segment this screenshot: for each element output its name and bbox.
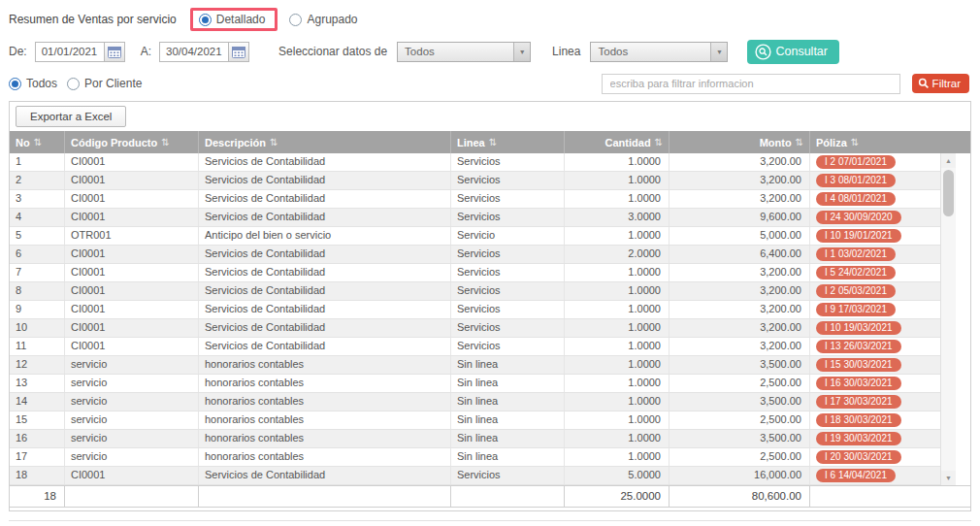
cell-codigo-producto: CI0001 <box>65 172 199 189</box>
radio-detallado[interactable]: Detallado <box>199 13 266 26</box>
cell-descripcion: Servicios de Contabilidad <box>199 319 451 337</box>
cell-cantidad: 1.0000 <box>565 227 670 245</box>
cell-no: 15 <box>10 411 65 429</box>
filter-text-input[interactable] <box>602 74 900 94</box>
cell-descripcion: honorarios contables <box>199 411 451 429</box>
cell-codigo-producto: servicio <box>65 375 199 392</box>
vertical-scrollbar[interactable]: ▲ ▼ <box>940 153 956 485</box>
scrollbar-thumb[interactable] <box>943 170 954 216</box>
table-row[interactable]: 3 CI0001 Servicios de Contabilidad Servi… <box>10 190 940 209</box>
scope-row: Todos Por Cliente Filtrar <box>9 70 971 97</box>
poliza-badge[interactable]: I 10 19/03/2021 <box>816 321 901 335</box>
table-row[interactable]: 13 servicio honorarios contables Sin lin… <box>10 375 940 393</box>
column-header-linea[interactable]: Linea⇅ <box>451 131 565 153</box>
poliza-badge[interactable]: I 3 08/01/2021 <box>816 174 896 187</box>
sort-icon[interactable]: ⇅ <box>34 137 42 148</box>
poliza-badge[interactable]: I 5 24/02/2021 <box>816 266 896 279</box>
cell-monto: 2,500.00 <box>670 375 810 392</box>
table-row[interactable]: 15 servicio honorarios contables Sin lin… <box>10 411 940 430</box>
table-row[interactable]: 14 servicio honorarios contables Sin lin… <box>10 393 940 411</box>
sort-icon[interactable]: ⇅ <box>161 137 169 148</box>
poliza-badge[interactable]: I 6 14/04/2021 <box>816 469 896 482</box>
radio-por-cliente[interactable]: Por Cliente <box>67 77 142 90</box>
search-circle-icon <box>755 44 771 60</box>
filter-row: De: 01/01/2021 A: 30/04/2021 <box>9 37 971 66</box>
chevron-down-icon[interactable]: ▼ <box>710 43 727 61</box>
table-row[interactable]: 18 CI0001 Servicios de Contabilidad Serv… <box>10 467 940 485</box>
table-row[interactable]: 17 servicio honorarios contables Sin lin… <box>10 448 940 467</box>
filtrar-button[interactable]: Filtrar <box>912 74 969 93</box>
sort-icon[interactable]: ⇅ <box>270 137 278 148</box>
cell-descripcion: honorarios contables <box>199 393 451 411</box>
poliza-badge[interactable]: I 17 30/03/2021 <box>816 395 901 409</box>
date-from-value[interactable]: 01/01/2021 <box>36 43 104 61</box>
date-from-calendar-button[interactable] <box>104 43 124 61</box>
table-row[interactable]: 1 CI0001 Servicios de Contabilidad Servi… <box>10 153 940 172</box>
column-header-monto[interactable]: Monto⇅ <box>670 131 810 153</box>
poliza-badge[interactable]: I 16 30/03/2021 <box>816 377 901 390</box>
poliza-badge[interactable]: I 4 08/01/2021 <box>816 192 896 206</box>
column-header-cantidad[interactable]: Cantidad⇅ <box>565 131 670 153</box>
radio-todos-icon[interactable] <box>9 78 21 90</box>
cell-codigo-producto: servicio <box>65 393 199 411</box>
poliza-badge[interactable]: I 13 26/03/2021 <box>816 340 901 353</box>
poliza-badge[interactable]: I 18 30/03/2021 <box>816 413 901 427</box>
data-source-dropdown[interactable]: Todos ▼ <box>397 42 531 62</box>
sort-icon[interactable]: ⇅ <box>796 137 803 148</box>
poliza-badge[interactable]: I 19 30/03/2021 <box>816 432 901 445</box>
table-body: 1 CI0001 Servicios de Contabilidad Servi… <box>10 153 940 485</box>
sort-icon[interactable]: ⇅ <box>489 137 497 148</box>
table-row[interactable]: 2 CI0001 Servicios de Contabilidad Servi… <box>10 172 940 190</box>
footer-empty-cell <box>65 486 199 507</box>
poliza-badge[interactable]: I 24 30/09/2020 <box>816 211 901 224</box>
table-row[interactable]: 16 servicio honorarios contables Sin lin… <box>10 430 940 448</box>
radio-agrupado[interactable]: Agrupado <box>289 13 357 26</box>
table-row[interactable]: 10 CI0001 Servicios de Contabilidad Serv… <box>10 319 940 338</box>
cell-cantidad: 1.0000 <box>565 338 670 355</box>
poliza-badge[interactable]: I 2 05/03/2021 <box>816 284 896 298</box>
date-to-field[interactable]: 30/04/2021 <box>159 42 249 62</box>
poliza-badge[interactable]: I 15 30/03/2021 <box>816 358 901 372</box>
cell-monto: 3,500.00 <box>670 356 810 374</box>
poliza-badge[interactable]: I 1 03/02/2021 <box>816 247 896 261</box>
consultar-button[interactable]: Consultar <box>747 40 839 64</box>
radio-detallado-icon[interactable] <box>199 14 212 26</box>
date-to-value[interactable]: 30/04/2021 <box>160 43 228 61</box>
export-excel-button[interactable]: Exportar a Excel <box>16 106 126 127</box>
column-header-codigo-producto[interactable]: Código Producto⇅ <box>65 131 199 153</box>
scroll-up-icon[interactable]: ▲ <box>941 153 956 168</box>
column-header-descripcion[interactable]: Descripción⇅ <box>199 131 451 153</box>
sort-icon[interactable]: ⇅ <box>851 137 859 148</box>
date-from-field[interactable]: 01/01/2021 <box>35 42 125 62</box>
poliza-badge[interactable]: I 20 30/03/2021 <box>816 450 901 464</box>
cell-descripcion: honorarios contables <box>199 430 451 447</box>
cell-monto: 3,200.00 <box>670 264 810 281</box>
cell-linea: Sin linea <box>451 448 565 466</box>
poliza-badge[interactable]: I 9 17/03/2021 <box>816 303 896 316</box>
radio-todos[interactable]: Todos <box>9 77 57 90</box>
table-row[interactable]: 5 OTR001 Anticipo del bien o servicio Se… <box>10 227 940 246</box>
table-row[interactable]: 7 CI0001 Servicios de Contabilidad Servi… <box>10 264 940 282</box>
radio-por-cliente-icon[interactable] <box>67 78 80 90</box>
table-row[interactable]: 4 CI0001 Servicios de Contabilidad Servi… <box>10 209 940 227</box>
cell-poliza: I 6 14/04/2021 <box>810 467 940 484</box>
column-header-no[interactable]: No⇅ <box>10 131 65 153</box>
radio-agrupado-icon[interactable] <box>289 14 302 26</box>
table-row[interactable]: 11 CI0001 Servicios de Contabilidad Serv… <box>10 338 940 356</box>
chevron-down-icon[interactable]: ▼ <box>513 43 530 61</box>
table-row[interactable]: 6 CI0001 Servicios de Contabilidad Servi… <box>10 246 940 264</box>
cell-poliza: I 10 19/01/2021 <box>810 227 940 245</box>
scroll-down-icon[interactable]: ▼ <box>941 471 956 485</box>
table-row[interactable]: 8 CI0001 Servicios de Contabilidad Servi… <box>10 282 940 301</box>
column-header-poliza[interactable]: Póliza⇅ <box>810 131 970 153</box>
table-row[interactable]: 12 servicio honorarios contables Sin lin… <box>10 356 940 375</box>
date-to-calendar-button[interactable] <box>228 43 248 61</box>
sort-icon[interactable]: ⇅ <box>655 137 663 148</box>
cell-monto: 3,200.00 <box>670 190 810 208</box>
linea-dropdown[interactable]: Todos ▼ <box>590 42 728 62</box>
table-row[interactable]: 9 CI0001 Servicios de Contabilidad Servi… <box>10 301 940 319</box>
cell-poliza: I 10 19/03/2021 <box>810 319 940 337</box>
poliza-badge[interactable]: I 2 07/01/2021 <box>816 155 896 169</box>
cell-no: 2 <box>10 172 65 189</box>
poliza-badge[interactable]: I 10 19/01/2021 <box>816 229 901 243</box>
